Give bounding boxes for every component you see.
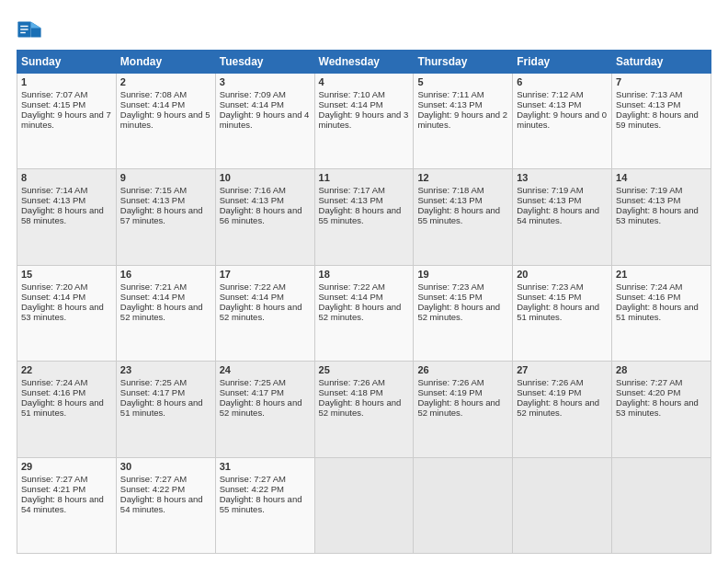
day-number: 21 [616, 269, 707, 280]
daylight-text: Daylight: 9 hours and 3 minutes. [319, 109, 410, 130]
sunset-text: Sunset: 4:14 PM [21, 292, 112, 302]
sunrise-text: Sunrise: 7:23 AM [517, 282, 608, 292]
svg-rect-6 [20, 32, 26, 33]
sunset-text: Sunset: 4:13 PM [220, 195, 311, 205]
sunrise-text: Sunrise: 7:27 AM [120, 474, 211, 484]
sunrise-text: Sunrise: 7:27 AM [21, 474, 112, 484]
svg-rect-4 [20, 26, 28, 27]
sunset-text: Sunset: 4:13 PM [319, 195, 410, 205]
daylight-text: Daylight: 8 hours and 55 minutes. [319, 205, 410, 225]
calendar-cell: 2Sunrise: 7:08 AMSunset: 4:14 PMDaylight… [116, 74, 215, 169]
day-number: 23 [120, 364, 211, 375]
sunset-text: Sunset: 4:14 PM [319, 99, 410, 109]
svg-rect-5 [20, 29, 28, 29]
calendar-header: SundayMondayTuesdayWednesdayThursdayFrid… [17, 51, 711, 74]
sunrise-text: Sunrise: 7:26 AM [319, 377, 410, 387]
calendar-cell: 7Sunrise: 7:13 AMSunset: 4:13 PMDaylight… [612, 74, 711, 169]
sunrise-text: Sunrise: 7:27 AM [220, 474, 311, 484]
daylight-text: Daylight: 8 hours and 57 minutes. [120, 205, 211, 225]
sunrise-text: Sunrise: 7:14 AM [21, 185, 112, 195]
calendar-cell: 9Sunrise: 7:15 AMSunset: 4:13 PMDaylight… [116, 169, 215, 265]
calendar-week-row: 1Sunrise: 7:07 AMSunset: 4:15 PMDaylight… [17, 74, 711, 169]
sunset-text: Sunset: 4:13 PM [517, 99, 608, 109]
daylight-text: Daylight: 9 hours and 5 minutes. [120, 109, 211, 130]
day-number: 11 [319, 172, 410, 183]
page: SundayMondayTuesdayWednesdayThursdayFrid… [0, 0, 728, 563]
sunset-text: Sunset: 4:17 PM [120, 387, 211, 397]
sunset-text: Sunset: 4:19 PM [517, 387, 608, 397]
sunrise-text: Sunrise: 7:25 AM [120, 377, 211, 387]
day-number: 28 [616, 364, 707, 375]
sunset-text: Sunset: 4:18 PM [319, 387, 410, 397]
calendar-cell: 21Sunrise: 7:24 AMSunset: 4:16 PMDayligh… [612, 265, 711, 361]
daylight-text: Daylight: 8 hours and 52 minutes. [319, 397, 410, 418]
calendar-table: SundayMondayTuesdayWednesdayThursdayFrid… [17, 50, 711, 554]
calendar-cell: 23Sunrise: 7:25 AMSunset: 4:17 PMDayligh… [116, 362, 215, 457]
calendar-cell: 5Sunrise: 7:11 AMSunset: 4:13 PMDaylight… [414, 74, 513, 169]
calendar-cell: 19Sunrise: 7:23 AMSunset: 4:15 PMDayligh… [414, 265, 513, 361]
sunset-text: Sunset: 4:13 PM [616, 99, 707, 109]
day-number: 7 [616, 76, 707, 87]
sunset-text: Sunset: 4:13 PM [417, 99, 508, 109]
daylight-text: Daylight: 8 hours and 51 minutes. [616, 302, 707, 322]
sunrise-text: Sunrise: 7:13 AM [616, 89, 707, 99]
daylight-text: Daylight: 8 hours and 55 minutes. [220, 494, 311, 514]
sunrise-text: Sunrise: 7:11 AM [417, 89, 508, 99]
sunrise-text: Sunrise: 7:17 AM [319, 185, 410, 195]
daylight-text: Daylight: 9 hours and 0 minutes. [517, 109, 608, 130]
calendar-cell: 12Sunrise: 7:18 AMSunset: 4:13 PMDayligh… [414, 169, 513, 265]
sunset-text: Sunset: 4:14 PM [220, 292, 311, 302]
calendar-cell: 10Sunrise: 7:16 AMSunset: 4:13 PMDayligh… [215, 169, 314, 265]
logo [17, 17, 46, 42]
calendar-week-row: 22Sunrise: 7:24 AMSunset: 4:16 PMDayligh… [17, 362, 711, 457]
calendar-cell: 24Sunrise: 7:25 AMSunset: 4:17 PMDayligh… [215, 362, 314, 457]
calendar-cell: 11Sunrise: 7:17 AMSunset: 4:13 PMDayligh… [314, 169, 414, 265]
calendar-cell: 8Sunrise: 7:14 AMSunset: 4:13 PMDaylight… [17, 169, 117, 265]
day-number: 12 [417, 172, 508, 183]
calendar-cell: 18Sunrise: 7:22 AMSunset: 4:14 PMDayligh… [314, 265, 414, 361]
sunset-text: Sunset: 4:14 PM [220, 99, 311, 109]
calendar-cell: 29Sunrise: 7:27 AMSunset: 4:21 PMDayligh… [17, 457, 117, 553]
sunset-text: Sunset: 4:19 PM [417, 387, 508, 397]
header-day: Saturday [612, 51, 711, 74]
sunrise-text: Sunrise: 7:23 AM [417, 282, 508, 292]
sunset-text: Sunset: 4:13 PM [517, 195, 608, 205]
sunset-text: Sunset: 4:14 PM [120, 99, 211, 109]
day-number: 22 [21, 364, 112, 375]
daylight-text: Daylight: 8 hours and 53 minutes. [616, 397, 707, 418]
day-number: 2 [120, 76, 211, 87]
daylight-text: Daylight: 8 hours and 56 minutes. [220, 205, 311, 225]
day-number: 15 [21, 269, 112, 280]
sunset-text: Sunset: 4:15 PM [517, 292, 608, 302]
calendar-cell [314, 457, 414, 553]
sunrise-text: Sunrise: 7:20 AM [21, 282, 112, 292]
sunrise-text: Sunrise: 7:09 AM [220, 89, 311, 99]
daylight-text: Daylight: 8 hours and 52 minutes. [120, 302, 211, 322]
day-number: 20 [517, 269, 608, 280]
calendar-cell: 14Sunrise: 7:19 AMSunset: 4:13 PMDayligh… [612, 169, 711, 265]
day-number: 3 [220, 76, 311, 87]
daylight-text: Daylight: 8 hours and 55 minutes. [417, 205, 508, 225]
sunrise-text: Sunrise: 7:25 AM [220, 377, 311, 387]
calendar-cell [414, 457, 513, 553]
header [17, 17, 711, 42]
day-number: 16 [120, 269, 211, 280]
day-number: 6 [517, 76, 608, 87]
sunset-text: Sunset: 4:15 PM [21, 99, 112, 109]
calendar-cell: 20Sunrise: 7:23 AMSunset: 4:15 PMDayligh… [513, 265, 612, 361]
sunrise-text: Sunrise: 7:18 AM [417, 185, 508, 195]
daylight-text: Daylight: 8 hours and 52 minutes. [517, 397, 608, 418]
calendar-cell [513, 457, 612, 553]
day-number: 9 [120, 172, 211, 183]
header-day: Thursday [414, 51, 513, 74]
day-number: 24 [220, 364, 311, 375]
sunrise-text: Sunrise: 7:27 AM [616, 377, 707, 387]
day-number: 5 [417, 76, 508, 87]
sunrise-text: Sunrise: 7:12 AM [517, 89, 608, 99]
calendar-cell: 27Sunrise: 7:26 AMSunset: 4:19 PMDayligh… [513, 362, 612, 457]
calendar-cell: 4Sunrise: 7:10 AMSunset: 4:14 PMDaylight… [314, 74, 414, 169]
calendar-cell: 16Sunrise: 7:21 AMSunset: 4:14 PMDayligh… [116, 265, 215, 361]
calendar-week-row: 15Sunrise: 7:20 AMSunset: 4:14 PMDayligh… [17, 265, 711, 361]
daylight-text: Daylight: 8 hours and 59 minutes. [616, 109, 707, 130]
day-number: 4 [319, 76, 410, 87]
